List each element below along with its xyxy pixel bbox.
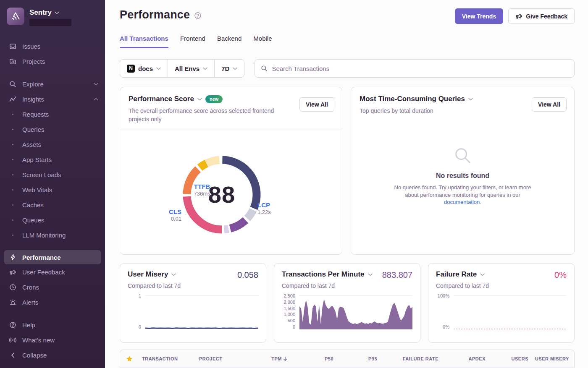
sidebar-item-queries[interactable]: Queries [0,122,105,137]
new-badge: new [205,95,223,103]
sidebar-item-issues[interactable]: Issues [0,39,105,54]
date-range-value: 7D [221,65,229,72]
tab-mobile[interactable]: Mobile [253,35,272,48]
date-range-dropdown[interactable]: 7D [215,60,244,77]
sidebar-item-screen-loads[interactable]: Screen Loads [0,167,105,182]
user-misery-value: 0.058 [237,270,258,280]
card-description: The overall performance score across sel… [129,107,288,124]
sidebar-nav: Issues Projects Explore Insights Reques [0,30,105,363]
project-filter-dropdown[interactable]: N docs [120,60,168,77]
sidebar-item-label: Assets [22,141,41,148]
sidebar-item-app-starts[interactable]: App Starts [0,152,105,167]
tab-backend[interactable]: Backend [217,35,242,48]
give-feedback-button[interactable]: Give Feedback [508,8,575,24]
chevron-down-icon[interactable] [197,98,202,101]
card-subtitle: Compared to last 7d [282,282,412,289]
sidebar-item-alerts[interactable]: Alerts [0,295,105,310]
chevron-down-icon[interactable] [468,98,473,101]
bullet-icon [9,189,16,191]
help-circle-icon[interactable] [194,12,202,19]
sidebar-item-label: Help [22,321,35,329]
environment-filter-dropdown[interactable]: All Envs [168,60,214,77]
column-header-p50[interactable]: P50 [291,356,337,361]
bullet-icon [9,159,16,160]
tab-all-transactions[interactable]: All Transactions [120,35,168,48]
chevron-down-icon [94,83,98,86]
sidebar-item-label: Explore [22,81,44,88]
sidebar-item-llm-monitoring[interactable]: LLM Monitoring [0,227,105,243]
sidebar-item-whats-new[interactable]: What's new [0,332,105,347]
sidebar-item-label: Issues [22,43,40,50]
help-icon [9,321,16,329]
sidebar-item-explore[interactable]: Explore [0,76,105,91]
chevron-down-icon[interactable] [480,273,485,276]
sidebar-item-caches[interactable]: Caches [0,197,105,212]
sidebar-item-crons[interactable]: Crons [0,279,105,295]
y-axis: 100% 0% [436,293,450,329]
star-icon[interactable] [120,355,139,362]
projects-icon [9,58,16,65]
sidebar-item-assets[interactable]: Assets [0,137,105,152]
view-trends-button[interactable]: View Trends [455,8,503,24]
view-all-button[interactable]: View All [299,97,334,112]
column-header-user-misery[interactable]: USER MISERY [532,356,574,361]
tab-bar: All Transactions Frontend Backend Mobile [120,35,575,48]
search-icon [9,81,16,88]
sidebar-item-projects[interactable]: Projects [0,54,105,69]
column-header-failure-rate[interactable]: FAILURE RATE [381,356,442,361]
y-axis: 2,500 2,000 1,500 1,000 500 0 [282,293,296,329]
card-subtitle: Top queries by total duration [360,107,519,115]
card-subtitle: Compared to last 7d [128,282,258,289]
sidebar-item-label: What's new [22,337,55,344]
org-switcher[interactable]: Sentry [0,6,105,30]
chevron-down-icon [55,11,59,14]
sidebar-item-label: Queues [22,217,45,224]
failure-rate-value: 0% [554,270,567,280]
empty-state: No results found No queries found. Try u… [351,146,574,206]
page-title: Performance [120,8,190,21]
sidebar-item-label: App Starts [22,156,52,163]
view-all-button[interactable]: View All [532,97,567,112]
sidebar-item-web-vitals[interactable]: Web Vitals [0,182,105,197]
chevron-down-icon[interactable] [171,273,176,276]
sidebar-collapse-button[interactable]: Collapse [0,347,105,363]
bullet-icon [9,129,16,130]
view-trends-label: View Trends [462,13,496,20]
bullet-icon [9,144,16,145]
sidebar-item-queues[interactable]: Queues [0,212,105,227]
bullet-icon [9,235,16,236]
sidebar-item-insights[interactable]: Insights [0,91,105,107]
sidebar-item-label: Requests [22,111,49,118]
column-header-tpm[interactable]: TPM [250,356,291,361]
column-header-apdex[interactable]: APDEX [442,356,489,361]
tpm-value: 883.807 [382,270,412,280]
column-header-p95[interactable]: P95 [337,356,381,361]
insights-icon [9,96,16,103]
column-header-project[interactable]: PROJECT [196,356,250,361]
megaphone-icon [515,13,522,20]
vital-lcp[interactable]: LCP 1.22s [257,201,271,216]
chevron-down-icon[interactable] [368,273,373,276]
org-name-redacted [29,19,71,26]
sidebar-item-requests[interactable]: Requests [0,107,105,122]
bullet-icon [9,204,16,206]
sidebar-item-performance[interactable]: Performance [4,250,101,264]
bullet-icon [9,114,16,115]
tpm-chart[interactable] [299,293,412,329]
column-header-transaction[interactable]: TRANSACTION [139,356,196,361]
column-header-users[interactable]: USERS [489,356,532,361]
environment-filter-value: All Envs [175,65,200,72]
card-title: User Misery [128,270,168,279]
sidebar-item-help[interactable]: Help [0,317,105,332]
megaphone-icon [9,269,16,276]
documentation-link[interactable]: documentation [444,199,480,205]
vital-ttfb[interactable]: TTFB 736ms [187,183,217,198]
user-misery-chart[interactable] [145,293,258,329]
search-transactions-input[interactable] [272,65,568,72]
vital-cls[interactable]: CLS 0.01 [157,208,181,223]
sidebar-item-label: Queries [22,126,45,133]
tab-frontend[interactable]: Frontend [180,35,205,48]
failure-rate-chart[interactable] [454,293,567,329]
sidebar-item-user-feedback[interactable]: User Feedback [0,264,105,279]
sort-desc-icon [283,356,287,361]
